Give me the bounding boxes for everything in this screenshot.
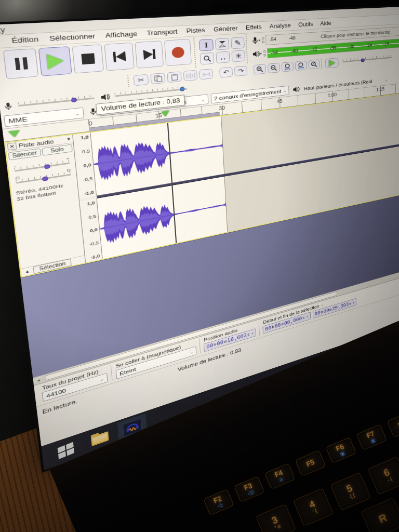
pan-thumb[interactable] — [42, 176, 48, 181]
zoom-out-button[interactable] — [268, 63, 280, 73]
chevron-down-icon[interactable]: ▾ — [307, 314, 309, 318]
selection-start-unit: h — [272, 325, 274, 329]
redo-button[interactable]: ↷ — [234, 65, 247, 76]
timeline-tick-label: 0 — [88, 120, 92, 126]
envelope-icon — [218, 41, 227, 48]
stop-button[interactable] — [72, 44, 104, 73]
toolbar-grip[interactable] — [249, 70, 252, 71]
menu-aide[interactable]: Aide — [316, 19, 335, 29]
key-f5[interactable]: F5 — [295, 450, 326, 476]
play-at-speed-button[interactable] — [325, 58, 338, 68]
key-f3[interactable]: F3◁)) — [234, 476, 264, 502]
key-f6[interactable]: F6▣ — [326, 437, 356, 463]
menu-edition[interactable]: Édition — [5, 34, 45, 47]
zoom-toggle-button[interactable] — [309, 59, 320, 70]
key-4[interactable]: 4' { — [293, 488, 334, 526]
meter-tick: -36 — [330, 45, 336, 50]
multi-tool-button[interactable]: ✳ — [232, 50, 246, 62]
redo-icon: ↷ — [238, 68, 244, 75]
menu-effets[interactable]: Effets — [242, 22, 266, 33]
silence-audio-button[interactable] — [199, 69, 213, 79]
microphone-icon — [251, 36, 258, 45]
meter-channel-labels: GD — [263, 50, 267, 57]
skip-to-end-button[interactable] — [135, 41, 164, 69]
vruler-label: 1,0 — [87, 201, 95, 207]
selection-tool-button[interactable]: I — [199, 39, 214, 51]
volume-up-icon: ◁)) — [247, 489, 255, 497]
envelope-tool-button[interactable] — [215, 38, 229, 50]
draw-tool-button[interactable]: ✎ — [231, 37, 245, 49]
track-control-panel: ✕ Piste audio ▼ Silencer Solo -+ GD — [6, 135, 86, 276]
chevron-down-icon: ⌄ — [201, 97, 205, 102]
trim-audio-button[interactable] — [183, 70, 198, 82]
menu-transport[interactable]: Transport — [142, 26, 182, 39]
play-button[interactable] — [38, 46, 72, 76]
key-5[interactable]: 5( [ — [330, 472, 371, 511]
paste-button[interactable] — [167, 71, 181, 83]
zoom-in-button[interactable] — [254, 64, 266, 75]
track-menu-arrow[interactable]: ▼ — [66, 137, 72, 142]
menu-analyse[interactable]: Analyse — [265, 21, 295, 32]
recording-volume-thumb[interactable] — [71, 97, 77, 102]
menu-affichage[interactable]: Affichage — [100, 29, 142, 41]
toolbar-grip[interactable] — [321, 59, 324, 69]
close-track-button[interactable]: ✕ — [7, 142, 17, 150]
record-icon — [171, 47, 184, 58]
zoom-tool-button[interactable] — [200, 52, 214, 65]
selection-end-unit: s — [349, 301, 351, 305]
toolbar-grip[interactable] — [215, 73, 218, 74]
key-f2[interactable]: F2◁) — [203, 489, 234, 515]
key-6[interactable]: 6- | — [368, 456, 399, 495]
chevron-down-icon[interactable]: ▾ — [260, 51, 262, 56]
selection-start-digits: 00 — [275, 322, 281, 329]
playback-volume-thumb[interactable] — [180, 87, 185, 91]
chevron-down-icon: ⌄ — [283, 88, 287, 93]
chevron-down-icon: ⌄ — [385, 77, 388, 82]
meter-tick: -48 — [291, 48, 298, 54]
key-f7[interactable]: F7▣ — [356, 424, 387, 450]
play-speed-thumb[interactable] — [361, 58, 365, 62]
multi-tool-icon: ✳ — [235, 51, 242, 60]
copy-button[interactable] — [150, 73, 165, 84]
vruler-label: 0,0 — [89, 227, 98, 233]
magnifier-icon — [203, 55, 211, 62]
undo-icon: ↶ — [223, 69, 229, 76]
chevron-down-icon: ⌄ — [189, 349, 193, 354]
timeline-playhead-triangle[interactable] — [162, 111, 170, 117]
chevron-down-icon[interactable]: ▾ — [353, 301, 355, 304]
toolbar-grip[interactable] — [84, 112, 89, 113]
copy-icon — [154, 75, 162, 83]
menu-pistes[interactable]: Pistes — [181, 25, 209, 36]
zoom-fit-button[interactable] — [295, 60, 307, 71]
folder-icon — [91, 431, 109, 446]
windows-logo-icon — [58, 442, 74, 459]
key-r[interactable]: R — [361, 498, 399, 532]
toolbar-grip[interactable] — [127, 75, 132, 87]
record-button[interactable] — [164, 39, 192, 66]
chevron-down-icon[interactable]: ▾ — [251, 331, 254, 335]
selection-start-digits: 00 — [265, 325, 271, 332]
key-3[interactable]: 3" # — [256, 504, 296, 532]
skip-to-start-button[interactable] — [104, 43, 135, 71]
chevron-down-icon[interactable]: ▾ — [258, 38, 260, 43]
zoom-out-icon — [270, 64, 277, 72]
undo-button[interactable]: ↶ — [219, 67, 233, 78]
menu-generer[interactable]: Générer — [209, 23, 242, 35]
pause-button[interactable] — [3, 48, 39, 79]
gain-thumb[interactable] — [44, 164, 50, 169]
audio-position-unit: m — [224, 339, 227, 344]
snap-to-value: Éteint — [119, 366, 137, 376]
cut-button[interactable]: ✂ — [133, 74, 149, 86]
time-shift-tool-button[interactable]: ↔ — [216, 51, 230, 63]
menu-outils[interactable]: Outils — [295, 19, 317, 30]
volume-down-icon: ◁) — [217, 502, 223, 509]
play-pin-triangle[interactable] — [8, 130, 20, 138]
meter-tick: -18 — [383, 42, 389, 47]
key-f8[interactable]: F8 — [387, 411, 399, 437]
silence-icon — [202, 71, 210, 77]
play-speed-slider[interactable] — [343, 57, 392, 62]
key-f4[interactable]: F4⊘ — [264, 463, 295, 489]
recording-volume-slider[interactable] — [18, 97, 95, 107]
zoom-selection-button[interactable] — [282, 62, 294, 72]
collapse-track-button[interactable]: ▲ — [21, 268, 34, 275]
